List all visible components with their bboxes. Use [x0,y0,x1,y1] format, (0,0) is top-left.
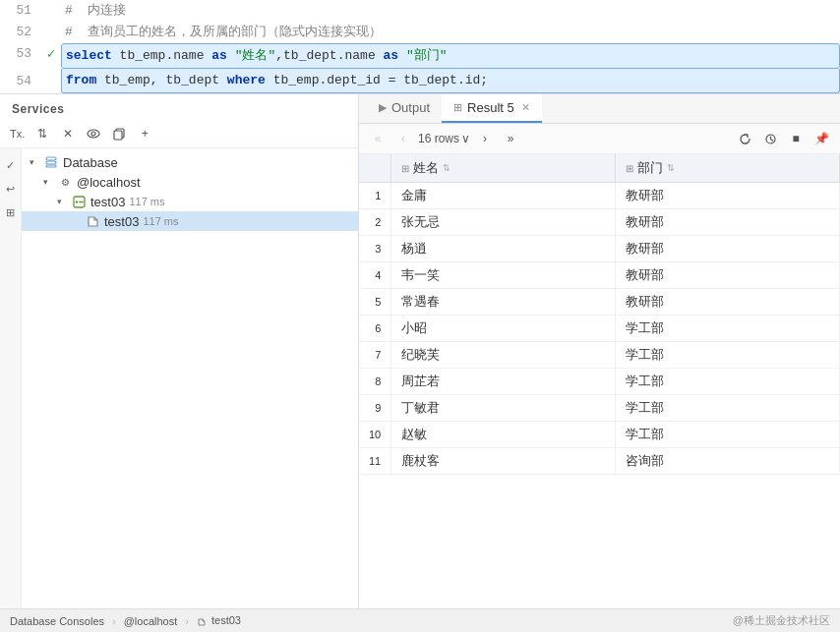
breadcrumb-schema[interactable]: test03 [197,614,241,626]
cell-col-1: 学工部 [616,369,840,395]
output-tab-icon: ▶ [379,101,387,114]
toolbar-add-btn[interactable]: + [133,122,156,145]
tabs-bar: ▶ Output ⊞ Result 5 ✕ [359,94,840,124]
toolbar-close-btn[interactable]: ✕ [56,122,80,145]
result-tab-close[interactable]: ✕ [521,101,530,114]
line-content-53: select tb_emp.name as "姓名",tb_dept.name … [61,43,840,69]
tree-item-database[interactable]: ▾ Database [22,152,358,172]
cell-rownum: 6 [359,316,391,342]
stop-btn[interactable]: ■ [785,128,807,149]
cell-col-0: 金庸 [391,183,616,209]
tree-label-database: Database [63,155,118,170]
sep-2: › [185,615,189,627]
side-icon-undo[interactable]: ↩ [2,180,20,198]
cell-rownum: 11 [359,448,391,475]
svg-point-8 [75,201,77,202]
bottom-bar: Database Consoles › @localhost › test03 … [0,608,840,632]
code-line-53[interactable]: 53 ✓ select tb_emp.name as "姓名",tb_dept.… [0,43,840,69]
toolbar-copy-btn[interactable] [107,122,131,145]
tx-label: Tx. [6,128,29,140]
cell-col-0: 丁敏君 [391,395,616,422]
rows-label: 16 rows [418,132,459,145]
th-rownum [359,154,391,183]
code-line-54[interactable]: 54 from tb_emp, tb_dept where tb_emp.dep… [0,69,840,93]
code-editor: 51 # 内连接 52 # 查询员工的姓名，及所属的部门（隐式内连接实现） 53… [0,0,840,94]
table-row[interactable]: 7纪晓芙学工部 [359,342,840,369]
side-icons: ✓ ↩ ⊞ [0,148,22,608]
page-first-btn[interactable]: « [367,128,389,149]
th-name[interactable]: ⊞ 姓名 ⇅ [391,154,616,183]
table-header-row: ⊞ 姓名 ⇅ ⊞ 部门 ⇅ [359,154,840,183]
table-row[interactable]: 10赵敏学工部 [359,422,840,448]
side-icon-grid[interactable]: ⊞ [2,203,20,221]
side-icon-check[interactable]: ✓ [2,156,20,174]
brand-label: @稀土掘金技术社区 [733,613,830,628]
cell-col-1: 学工部 [616,342,840,369]
pagination-bar: « ‹ 16 rows ∨ › » ■ 📌 [359,124,840,154]
table-row[interactable]: 3杨逍教研部 [359,236,840,262]
tree-item-localhost[interactable]: ▾ ⚙ @localhost [22,172,358,192]
svg-rect-9 [79,201,84,201]
cell-col-1: 学工部 [616,422,840,448]
th-dept[interactable]: ⊞ 部门 ⇅ [616,154,840,183]
cell-rownum: 7 [359,342,391,369]
output-tab-label: Output [391,100,430,115]
cell-rownum: 3 [359,236,391,262]
localhost-icon: ⚙ [57,174,73,190]
history-btn[interactable] [759,128,781,149]
table-row[interactable]: 8周芷若学工部 [359,369,840,395]
breadcrumb-db[interactable]: Database Consoles [10,615,104,627]
cell-rownum: 9 [359,395,391,422]
pin-btn[interactable]: 📌 [810,128,832,149]
cell-col-1: 咨询部 [616,448,840,475]
rows-dropdown[interactable]: 16 rows ∨ [418,132,470,145]
line-num-51: 51 [0,0,41,22]
table-row[interactable]: 6小昭学工部 [359,316,840,342]
tab-output[interactable]: ▶ Output [367,94,442,123]
services-title: Services [0,94,358,120]
code-lines: 51 # 内连接 52 # 查询员工的姓名，及所属的部门（隐式内连接实现） 53… [0,0,840,93]
services-panel: Services Tx. ⇅ ✕ + ✓ ↩ [0,94,359,608]
code-line-51: 51 # 内连接 [0,0,840,22]
line-indicator-53: ✓ [41,43,61,65]
cell-col-0: 韦一笑 [391,262,616,289]
tree-badge-test03-child: 117 ms [143,215,178,227]
cell-col-0: 鹿杖客 [391,448,616,475]
line-num-54: 54 [0,71,41,92]
right-panel: ▶ Output ⊞ Result 5 ✕ « ‹ 16 rows ∨ › » [359,94,840,608]
table-row[interactable]: 9丁敏君学工部 [359,395,840,422]
toolbar-eye-btn[interactable] [82,122,105,145]
cell-col-0: 杨逍 [391,236,616,262]
table-row[interactable]: 4韦一笑教研部 [359,262,840,289]
page-prev-btn[interactable]: ‹ [392,128,414,149]
tree-item-test03-parent[interactable]: ▾ test03 117 ms [22,192,358,211]
svg-rect-3 [114,131,122,140]
result-tab-icon: ⊞ [453,101,462,114]
tree-item-test03-child[interactable]: test03 117 ms [22,211,358,231]
database-icon [43,154,59,170]
page-next-btn[interactable]: › [474,128,496,149]
refresh-btn[interactable] [734,128,755,149]
line-content-52: # 查询员工的姓名，及所属的部门（隐式内连接实现） [61,22,840,43]
table-row[interactable]: 2张无忌教研部 [359,209,840,236]
table-row[interactable]: 11鹿杖客咨询部 [359,448,840,475]
table-row[interactable]: 1金庸教研部 [359,183,840,209]
cell-col-0: 常遇春 [391,289,616,316]
result-tab-label: Result 5 [467,100,514,115]
table-row[interactable]: 5常遇春教研部 [359,289,840,316]
line-content-51: # 内连接 [61,0,840,22]
cell-col-0: 纪晓芙 [391,342,616,369]
cell-col-0: 赵敏 [391,422,616,448]
tab-result5[interactable]: ⊞ Result 5 ✕ [442,94,542,123]
cell-col-1: 教研部 [616,289,840,316]
line-content-54: from tb_emp, tb_dept where tb_emp.dept_i… [61,69,840,93]
tree-label-test03-parent: test03 [90,195,125,209]
tree-badge-test03-parent: 117 ms [129,196,164,207]
svg-point-1 [91,132,95,136]
toolbar-updown-btn[interactable]: ⇅ [30,122,54,145]
breadcrumb-host[interactable]: @localhost [124,615,178,627]
page-last-btn[interactable]: » [500,128,521,149]
tree-label-test03-child: test03 [104,214,139,229]
main-area: Services Tx. ⇅ ✕ + ✓ ↩ [0,94,840,608]
tree-arrow-database: ▾ [30,157,43,167]
